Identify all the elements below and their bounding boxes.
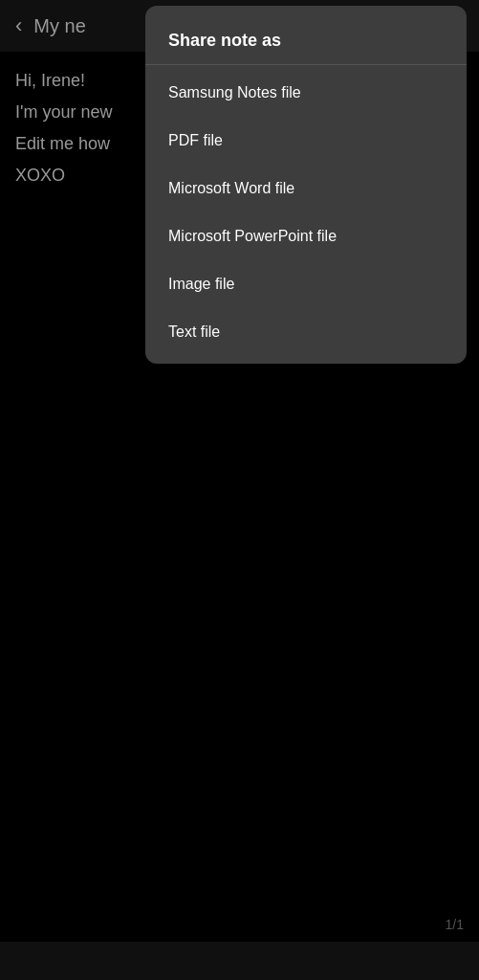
menu-item-samsung-notes[interactable]: Samsung Notes file: [145, 69, 467, 117]
menu-item-pdf[interactable]: PDF file: [145, 117, 467, 165]
menu-item-word[interactable]: Microsoft Word file: [145, 165, 467, 212]
menu-item-powerpoint[interactable]: Microsoft PowerPoint file: [145, 212, 467, 260]
menu-item-text[interactable]: Text file: [145, 308, 467, 356]
menu-title: Share note as: [145, 13, 467, 64]
share-menu: Share note as Samsung Notes file PDF fil…: [145, 6, 467, 364]
menu-divider: [145, 64, 467, 65]
menu-item-image[interactable]: Image file: [145, 260, 467, 308]
